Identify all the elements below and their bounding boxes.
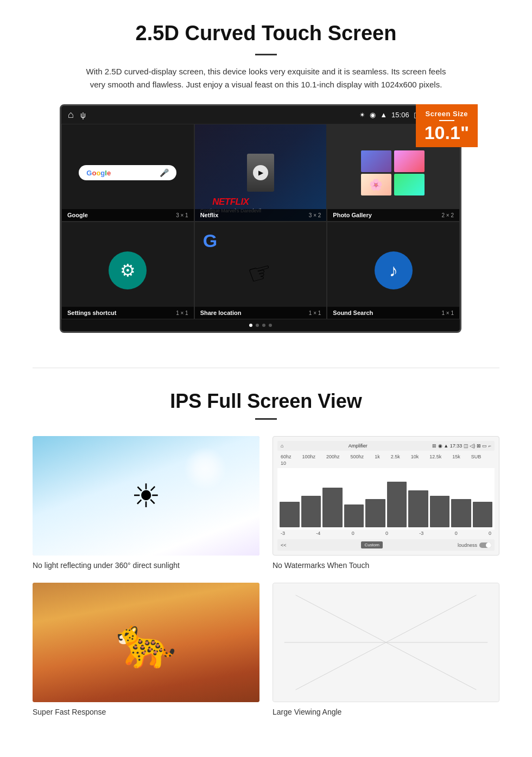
app-cell-settings[interactable]: ⚙ Settings shortcut 1 × 1 — [61, 222, 194, 319]
eq-scale: 10 — [277, 460, 495, 466]
mic-icon: 🎤 — [160, 168, 169, 177]
dot-4 — [269, 324, 272, 327]
gallery-thumb-2 — [394, 150, 425, 172]
sound-cell-label: Sound Search 1 × 1 — [327, 307, 459, 319]
eq-bar-2 — [301, 496, 321, 527]
settings-app-name: Settings shortcut — [67, 310, 116, 316]
android-frame: ⌂ ψ ✴ ◉ ▲ 15:06 ◫ ◁) ⊠ ▭ — [60, 104, 461, 333]
eq-footer: << Custom loudness — [277, 539, 495, 551]
share-grid-size: 1 × 1 — [309, 310, 321, 316]
feature-img-equalizer: ⌂ Amplifier ⊞ ◉ ▲ 17:33 ◫ ◁) ⊠ ▭ ⌐ 60hz1… — [273, 436, 499, 556]
music-icon-wrap: ♪ — [375, 251, 413, 289]
badge-line — [439, 120, 454, 121]
eq-bar-6 — [387, 482, 407, 527]
gallery-thumb-3: 🌸 — [361, 174, 391, 195]
svg-line-4 — [296, 642, 386, 690]
eq-header: ⌂ Amplifier ⊞ ◉ ▲ 17:33 ◫ ◁) ⊠ ▭ ⌐ — [277, 441, 495, 451]
feature-img-cheetah: 🐆 — [33, 583, 259, 702]
sound-grid-size: 1 × 1 — [441, 310, 454, 316]
netflix-cell-label: Netflix 3 × 2 — [195, 209, 327, 221]
section1-title: 2.5D Curved Touch Screen — [33, 22, 499, 45]
eq-bar-8 — [430, 496, 450, 527]
google-search-bar[interactable]: Google 🎤 — [79, 165, 176, 180]
eq-custom-button[interactable]: Custom — [361, 541, 383, 548]
eq-bar-7 — [408, 490, 428, 527]
section-ips: IPS Full Screen View ☀ No light reflecti… — [0, 384, 532, 738]
watermarks-label: No Watermarks When Touch — [273, 561, 499, 570]
settings-grid-size: 1 × 1 — [176, 310, 188, 316]
feature-sunlight: ☀ No light reflecting under 360° direct … — [33, 436, 259, 570]
eq-bar-4 — [344, 504, 364, 527]
title-underline — [255, 54, 277, 55]
sunlight-label: No light reflecting under 360° direct su… — [33, 561, 259, 570]
eq-back-icon: << — [281, 542, 287, 548]
viewing-angle-lines — [273, 583, 499, 702]
svg-line-5 — [386, 642, 476, 690]
settings-cell-label: Settings shortcut 1 × 1 — [62, 307, 194, 319]
app-cell-netflix[interactable]: ▶ NETFLIX Continue Marvel's Daredevil Ne… — [194, 124, 327, 222]
eq-loudness-toggle: loudness — [458, 542, 491, 548]
share-cell-label: Share location 1 × 1 — [195, 307, 327, 319]
netflix-grid-size: 3 × 2 — [309, 212, 321, 218]
app-grid: Google 🎤 Google 3 × 1 ▶ — [61, 124, 460, 319]
feature-car: 🚗 Large Viewing Angle — [273, 583, 499, 716]
netflix-poster: ▶ — [247, 154, 274, 192]
home-icon: ⌂ — [68, 109, 74, 121]
usb-icon: ψ — [80, 111, 86, 119]
app-cell-google[interactable]: Google 🎤 Google 3 × 1 — [61, 124, 194, 222]
gallery-cell-label: Photo Gallery 2 × 2 — [327, 209, 459, 221]
netflix-logo: NETFLIX — [200, 197, 261, 207]
eq-bar-9 — [451, 499, 471, 528]
eq-amplifier-label: Amplifier — [349, 443, 368, 449]
maps-g-icon: G — [203, 230, 217, 251]
svg-line-0 — [296, 595, 386, 642]
gallery-app-name: Photo Gallery — [333, 212, 372, 218]
eq-freq-labels: 60hz100hz200hz500hz1k2.5k10k12.5k15kSUB — [277, 453, 495, 460]
google-cell-label: Google 3 × 1 — [62, 209, 194, 221]
badge-size: 10.1" — [425, 123, 469, 142]
section-curved-touch: 2.5D Curved Touch Screen With 2.5D curve… — [0, 0, 532, 351]
bluetooth-icon: ✴ — [359, 111, 365, 119]
wifi-icon: ▲ — [380, 111, 387, 119]
section1-description: With 2.5D curved-display screen, this de… — [81, 65, 451, 91]
location-icon: ◉ — [370, 111, 376, 119]
app-cell-sound[interactable]: ♪ Sound Search 1 × 1 — [327, 222, 460, 319]
gallery-thumb-4 — [394, 174, 425, 195]
dot-1 — [249, 324, 252, 327]
eq-values: -3-400-300 — [277, 529, 495, 537]
feature-grid: ☀ No light reflecting under 360° direct … — [33, 436, 499, 716]
fast-response-label: Super Fast Response — [33, 708, 259, 716]
toggle-switch[interactable] — [479, 542, 491, 548]
toggle-knob — [486, 542, 491, 548]
dot-2 — [256, 324, 259, 327]
share-content: G ☞ — [195, 222, 327, 319]
app-cell-share[interactable]: G ☞ Share location 1 × 1 — [194, 222, 327, 319]
time-display: 15:06 — [391, 111, 409, 119]
gallery-grid-size: 2 × 2 — [441, 212, 454, 218]
gallery-thumb-1 — [361, 150, 391, 172]
eq-bar-10 — [473, 502, 493, 527]
gallery-thumbnails: 🌸 — [361, 150, 426, 195]
feature-equalizer: ⌂ Amplifier ⊞ ◉ ▲ 17:33 ◫ ◁) ⊠ ▭ ⌐ 60hz1… — [273, 436, 499, 570]
section2-title: IPS Full Screen View — [33, 390, 499, 413]
dot-3 — [262, 324, 265, 327]
cheetah-emoji: 🐆 — [116, 614, 176, 671]
sun-icon: ☀ — [131, 477, 161, 515]
pagination-dots — [61, 319, 460, 331]
netflix-app-name: Netflix — [200, 212, 219, 218]
eq-bar-3 — [322, 488, 343, 528]
status-bar: ⌂ ψ ✴ ◉ ▲ 15:06 ◫ ◁) ⊠ ▭ — [61, 106, 460, 124]
eq-bars — [277, 468, 495, 529]
feature-img-sunlight: ☀ — [33, 436, 259, 556]
sun-rays — [183, 447, 227, 490]
settings-icon-wrap: ⚙ — [109, 251, 147, 289]
eq-bar-5 — [365, 499, 385, 528]
play-button: ▶ — [253, 165, 268, 180]
settings-gear-icon: ⚙ — [120, 260, 136, 281]
device-mockup: Screen Size 10.1" ⌂ ψ ✴ ◉ ▲ 15:06 ◫ ◁) ⊠… — [60, 104, 472, 333]
sound-app-name: Sound Search — [333, 310, 373, 316]
feature-img-car: 🚗 — [273, 583, 499, 702]
screen-size-badge: Screen Size 10.1" — [416, 104, 478, 147]
eq-bar-1 — [280, 502, 300, 527]
section-divider — [33, 368, 499, 368]
